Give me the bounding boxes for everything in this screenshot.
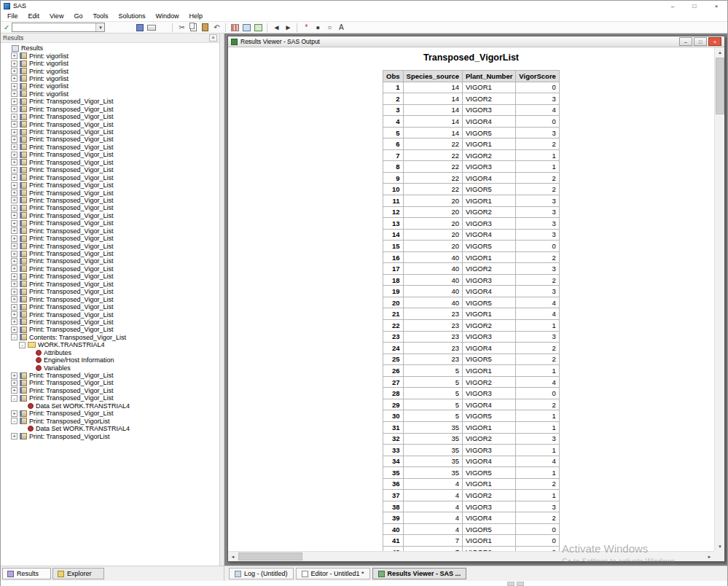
panel-tab-results[interactable]: Results [2, 568, 51, 579]
expand-icon[interactable]: + [11, 83, 17, 90]
tree-item[interactable]: +Print: Transposed_Vigor_List [1, 189, 219, 196]
tree-item[interactable]: +Print: vigorlist [1, 75, 219, 82]
expand-icon[interactable]: + [11, 174, 17, 181]
tree-item[interactable]: +Print: Transposed_Vigor_List [1, 310, 219, 318]
expand-icon[interactable]: + [11, 372, 17, 379]
cut-icon[interactable]: ✂ [176, 22, 187, 33]
expand-icon[interactable]: + [11, 152, 17, 158]
minimize-button[interactable]: – [662, 1, 684, 11]
tree-item[interactable]: +Print: vigorlist [1, 67, 219, 74]
tree-item[interactable]: Data Set WORK.TRANSTRIAL4 [1, 402, 219, 410]
new-document-icon[interactable] [111, 22, 122, 33]
tree-item[interactable]: +Print: Transposed_Vigor_List [1, 181, 219, 189]
tree-item[interactable]: +Print: Transposed_Vigor_List [1, 144, 219, 151]
expand-icon[interactable]: + [11, 319, 17, 325]
viewer-titlebar[interactable]: Results Viewer - SAS Output – □ × [228, 36, 724, 47]
expand-icon[interactable]: + [11, 52, 17, 59]
expand-icon[interactable]: + [11, 121, 17, 128]
tree-item[interactable]: Engine/Host Information [1, 356, 219, 364]
tree-item[interactable]: Attributes [1, 349, 219, 356]
tree-item[interactable]: +Print: Transposed_Vigor_List [1, 173, 219, 181]
tree-item[interactable]: +Print: Transposed_VigorList [1, 432, 219, 440]
tree-item[interactable]: +Print: Transposed_Vigor_List [1, 113, 219, 120]
chevron-down-icon[interactable]: ▾ [95, 23, 104, 31]
command-input[interactable] [12, 23, 95, 31]
expand-icon[interactable]: + [11, 167, 17, 173]
tree-item[interactable]: +Print: Transposed_Vigor_List [1, 159, 219, 166]
expand-icon[interactable]: + [11, 311, 17, 318]
expand-icon[interactable]: + [11, 235, 17, 242]
menu-help[interactable]: Help [184, 12, 208, 20]
tree-item[interactable]: +Print: Transposed_Vigor_List [1, 197, 219, 204]
open-folder-icon[interactable] [122, 22, 134, 33]
menu-solutions[interactable]: Solutions [113, 12, 150, 20]
expand-icon[interactable]: + [11, 433, 17, 440]
tree-item[interactable]: +Print: Transposed_Vigor_List [1, 120, 219, 128]
expand-icon[interactable]: + [11, 387, 17, 394]
expand-icon[interactable]: + [11, 60, 17, 67]
tree-item[interactable]: +Print: Transposed_Vigor_List [1, 372, 219, 379]
collapse-icon[interactable]: - [19, 342, 26, 348]
library-icon[interactable] [229, 22, 240, 33]
expand-icon[interactable]: + [11, 75, 17, 82]
menu-window[interactable]: Window [150, 12, 184, 20]
expand-icon[interactable]: + [11, 212, 17, 219]
tree-item[interactable]: -WORK.TRANSTRIAL4 [1, 341, 219, 348]
forward-icon[interactable]: ► [282, 22, 294, 33]
print-preview-icon[interactable] [157, 22, 169, 33]
expand-icon[interactable]: + [11, 68, 17, 74]
menu-view[interactable]: View [44, 12, 69, 20]
tree-item[interactable]: +Print: Transposed_Vigor_List [1, 326, 219, 333]
expand-icon[interactable]: + [11, 243, 17, 249]
expand-icon[interactable]: + [11, 129, 17, 136]
undo-icon[interactable]: ↶ [211, 22, 222, 33]
output-icon[interactable] [252, 22, 264, 33]
print-icon[interactable] [146, 22, 157, 33]
tree-item[interactable]: +Print: vigorlist [1, 52, 219, 59]
collapse-icon[interactable]: - [11, 395, 17, 402]
scroll-down-icon[interactable]: ▼ [715, 542, 725, 551]
tree-item[interactable]: +Print: Transposed_Vigor_List [1, 379, 219, 386]
expand-icon[interactable]: + [11, 205, 17, 211]
expand-icon[interactable]: + [11, 220, 17, 227]
break-icon[interactable]: * [300, 22, 312, 33]
tree-item[interactable]: +Print: Transposed_Vigor_List [1, 295, 219, 302]
tree-item[interactable]: -Print: Transposed_VigorList [1, 417, 219, 424]
horizontal-scrollbar[interactable]: ◄ ► [228, 551, 714, 561]
save-icon[interactable] [134, 22, 146, 33]
tree-item[interactable]: +Print: Transposed_Vigor_List [1, 151, 219, 158]
tree-item[interactable]: Variables [1, 364, 219, 371]
tree-item[interactable]: +Print: vigorlist [1, 90, 219, 98]
tree-item[interactable]: +Print: Transposed_Vigor_List [1, 166, 219, 173]
expand-icon[interactable]: + [11, 258, 17, 265]
tree-item[interactable]: +Print: Transposed_Vigor_List [1, 265, 219, 273]
menu-tools[interactable]: Tools [87, 12, 113, 20]
expand-icon[interactable]: + [11, 114, 17, 120]
back-icon[interactable]: ◄ [270, 22, 282, 33]
menu-edit[interactable]: Edit [23, 12, 45, 20]
menu-file[interactable]: File [2, 12, 23, 20]
scroll-right-icon[interactable]: ► [705, 552, 714, 562]
expand-icon[interactable]: + [11, 296, 17, 302]
tree-item[interactable]: +Print: Transposed_Vigor_List [1, 219, 219, 227]
expand-icon[interactable]: + [11, 159, 17, 165]
expand-icon[interactable]: + [11, 251, 17, 257]
expand-icon[interactable]: + [11, 410, 17, 417]
scroll-up-icon[interactable]: ▲ [715, 47, 725, 57]
tree-item[interactable]: Data Set WORK.TRANSTRIAL4 [1, 425, 219, 432]
tree-item[interactable]: -Print: Transposed_Vigor_List [1, 394, 219, 402]
expand-icon[interactable]: + [11, 98, 17, 105]
close-button[interactable]: × [705, 1, 727, 11]
tree-item[interactable]: +Print: Transposed_Vigor_List [1, 136, 219, 143]
maximize-button[interactable]: □ [684, 1, 705, 11]
window-tab-log[interactable]: Log - (Untitled) [229, 568, 294, 579]
tree-item[interactable]: +Print: Transposed_Vigor_List [1, 128, 219, 136]
tree-item[interactable]: +Print: vigorlist [1, 60, 219, 67]
tree-item[interactable]: +Print: Transposed_Vigor_List [1, 410, 219, 417]
tree-item[interactable]: +Print: Transposed_Vigor_List [1, 257, 219, 265]
tree-item[interactable]: +Print: Transposed_Vigor_List [1, 212, 219, 219]
scroll-left-icon[interactable]: ◄ [228, 552, 238, 562]
tree-item[interactable]: +Print: Transposed_Vigor_List [1, 106, 219, 113]
expand-icon[interactable]: + [11, 380, 17, 386]
expand-icon[interactable]: + [11, 281, 17, 287]
